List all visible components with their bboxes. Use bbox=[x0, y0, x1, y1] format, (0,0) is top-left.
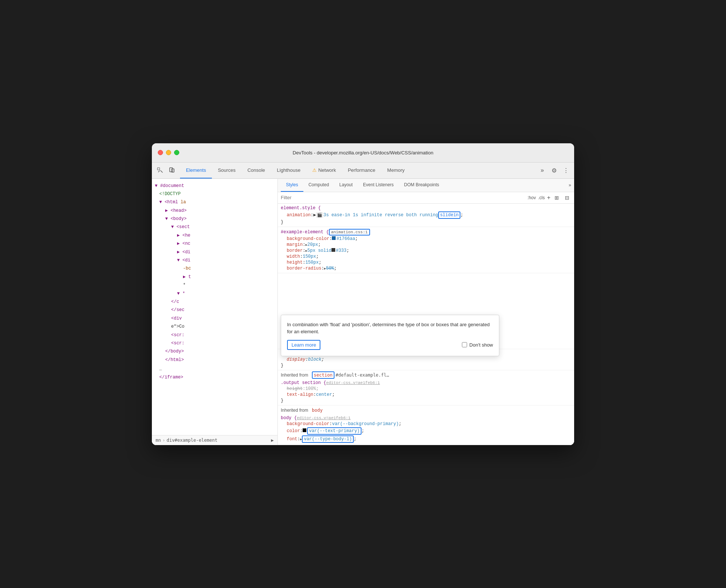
new-style-rule-button[interactable]: ⊞ bbox=[553, 194, 561, 202]
element-style-rule: element.style { animation : ▶ 🎬 3s ease-… bbox=[278, 204, 574, 227]
height-prop: height : 150px ; bbox=[281, 260, 571, 265]
border-prop: border : ▶ 5px solid #333 ; bbox=[281, 248, 571, 254]
output-section-source[interactable]: editor-css…v=ae1feb6:1 bbox=[326, 381, 380, 385]
add-style-button[interactable]: + bbox=[547, 194, 550, 201]
dom-head[interactable]: ▶ <head> bbox=[153, 207, 276, 215]
animation-css-source[interactable]: animation.css:1 bbox=[329, 229, 370, 235]
output-section-rule: .output section { editor-css…v=ae1feb6:1… bbox=[278, 378, 574, 405]
font-var-highlight[interactable]: var(--type-body-l) bbox=[302, 435, 354, 443]
breadcrumb-div[interactable]: div#example-element bbox=[167, 438, 217, 443]
dom-closec[interactable]: </c bbox=[153, 298, 276, 306]
svg-line-2 bbox=[158, 171, 160, 172]
more-options-button[interactable]: ⋮ bbox=[561, 165, 571, 176]
dom-doctype[interactable]: <!DOCTYP bbox=[153, 190, 276, 198]
text-align-prop: text-align : center ; bbox=[281, 392, 571, 398]
tab-elements[interactable]: Elements bbox=[180, 162, 212, 178]
dom-etext[interactable]: e">Co bbox=[153, 323, 276, 331]
sub-tab-dom-breakpoints[interactable]: DOM Breakpoints bbox=[399, 179, 444, 192]
dom-document[interactable]: ▼ #document bbox=[153, 182, 276, 190]
bg-color-prop: background-color : #1766aa ; bbox=[281, 236, 571, 242]
breadcrumb-mn[interactable]: mn bbox=[156, 438, 161, 443]
tab-bar: Elements Sources Console Lighthouse ⚠ Ne… bbox=[152, 163, 574, 179]
elements-panel: ▼ #document <!DOCTYP ▼ <html la ▶ <head>… bbox=[152, 179, 278, 445]
dom-tree: ▼ #document <!DOCTYP ▼ <html la ▶ <head>… bbox=[152, 179, 277, 435]
tooltip-text: In combination with 'float' and 'positio… bbox=[287, 321, 493, 335]
tab-sources[interactable]: Sources bbox=[212, 162, 242, 178]
dom-star1[interactable]: * bbox=[153, 281, 276, 289]
dont-show-container: Don't show bbox=[462, 342, 493, 348]
example-element-rule: #example-element { animation.css:1 backg… bbox=[278, 227, 574, 273]
inherited-body-selector: body bbox=[312, 408, 323, 413]
dom-closehtml[interactable]: </html> bbox=[153, 356, 276, 364]
dom-di1[interactable]: ▶ <di bbox=[153, 248, 276, 256]
dom-closesec[interactable]: </sec bbox=[153, 306, 276, 314]
dom-t[interactable]: ▶ t bbox=[153, 273, 276, 281]
animation-property: animation : ▶ 🎬 3s ease-in 1s infinite r… bbox=[281, 211, 571, 219]
body-color-prop: color : var(--text-primary) ; bbox=[281, 427, 571, 435]
dom-di2[interactable]: ▼ <di bbox=[153, 256, 276, 264]
sub-tab-event-listeners[interactable]: Event Listeners bbox=[358, 179, 399, 192]
border-radius-prop: border-radius : ▶ 50% ; bbox=[281, 265, 571, 271]
dom-section[interactable]: ▼ <sect bbox=[153, 223, 276, 231]
animation-slidein[interactable]: slidein bbox=[438, 211, 460, 219]
more-tabs-icon[interactable]: » bbox=[569, 183, 571, 188]
device-toggle-button[interactable] bbox=[167, 165, 177, 176]
dom-html[interactable]: ▼ <html la bbox=[153, 198, 276, 206]
svg-rect-3 bbox=[170, 168, 173, 172]
animation-swatch[interactable]: 🎬 bbox=[316, 212, 323, 218]
dom-nc[interactable]: ▶ <nc bbox=[153, 240, 276, 248]
sub-tab-layout[interactable]: Layout bbox=[334, 179, 358, 192]
sub-tab-styles[interactable]: Styles bbox=[281, 179, 303, 192]
sub-tab-computed[interactable]: Computed bbox=[303, 179, 334, 192]
body-color-swatch[interactable] bbox=[303, 428, 306, 432]
color-var-highlight[interactable]: var(--text-primary) bbox=[307, 427, 362, 435]
maximize-button[interactable] bbox=[174, 150, 179, 155]
display-prop: display : block ; bbox=[281, 357, 571, 363]
cls-button[interactable]: .cls bbox=[538, 195, 545, 200]
tab-network[interactable]: ⚠ Network bbox=[306, 162, 342, 178]
dom-body[interactable]: ▼ <body> bbox=[153, 215, 276, 223]
dont-show-checkbox[interactable] bbox=[462, 342, 467, 347]
hov-button[interactable]: :hov bbox=[527, 195, 536, 200]
element-style-selector: element.style { bbox=[281, 205, 571, 211]
tab-performance[interactable]: Performance bbox=[342, 162, 381, 178]
dom-closebody[interactable]: </body> bbox=[153, 347, 276, 355]
sub-tabs-right: » bbox=[569, 183, 571, 188]
minimize-button[interactable] bbox=[166, 150, 171, 155]
dom-star2[interactable]: ▼ * bbox=[153, 290, 276, 298]
devtools-window: DevTools - developer.mozilla.org/en-US/d… bbox=[152, 143, 574, 445]
close-button[interactable] bbox=[158, 150, 163, 155]
body-source[interactable]: editor-css…v=ae1feb6:1 bbox=[297, 416, 350, 420]
settings-button[interactable]: ⚙ bbox=[549, 165, 559, 176]
window-title: DevTools - developer.mozilla.org/en-US/d… bbox=[293, 150, 433, 156]
dom-div[interactable]: <div bbox=[153, 314, 276, 323]
dom-ellipsis[interactable]: … bbox=[153, 364, 276, 373]
title-bar: DevTools - developer.mozilla.org/en-US/d… bbox=[152, 143, 574, 163]
dom-scr1[interactable]: <scr: bbox=[153, 331, 276, 339]
network-warning-icon: ⚠ bbox=[312, 167, 317, 173]
breadcrumb-bar: mn › div#example-element ▶ bbox=[152, 435, 277, 445]
toggle-sidebar-button[interactable]: ⊟ bbox=[563, 194, 571, 202]
body-font-prop: font : ▶ var(--type-body-l) ; bbox=[281, 435, 571, 443]
dom-he[interactable]: ▶ <he bbox=[153, 231, 276, 240]
inspect-element-button[interactable] bbox=[155, 165, 165, 176]
tab-memory[interactable]: Memory bbox=[381, 162, 410, 178]
filter-input[interactable] bbox=[281, 195, 525, 200]
dom-scr2[interactable]: <scr: bbox=[153, 339, 276, 347]
learn-more-button[interactable]: Learn more bbox=[287, 340, 320, 350]
more-tabs-button[interactable]: » bbox=[537, 165, 547, 176]
bg-color-swatch[interactable] bbox=[332, 236, 336, 240]
breadcrumb-forward-arrow[interactable]: ▶ bbox=[271, 438, 274, 443]
filter-actions: :hov .cls + ⊞ ⊟ bbox=[527, 194, 571, 202]
height-disabled: height : 100% ; bbox=[281, 386, 571, 392]
sub-tabs: Styles Computed Layout Event Listeners D… bbox=[278, 179, 574, 192]
inherited-section-selector[interactable]: section bbox=[312, 371, 334, 379]
filter-bar: :hov .cls + ⊞ ⊟ bbox=[278, 192, 574, 204]
tab-console[interactable]: Console bbox=[242, 162, 271, 178]
inherited-section-extra: #default-example.fl… bbox=[336, 372, 389, 378]
border-color-swatch[interactable] bbox=[332, 248, 335, 252]
tab-lighthouse[interactable]: Lighthouse bbox=[271, 162, 307, 178]
dom-closeiframe[interactable]: </iframe> bbox=[153, 373, 276, 381]
dom-bc[interactable]: -bc bbox=[153, 264, 276, 273]
inherited-from-body: Inherited from body bbox=[278, 405, 574, 414]
